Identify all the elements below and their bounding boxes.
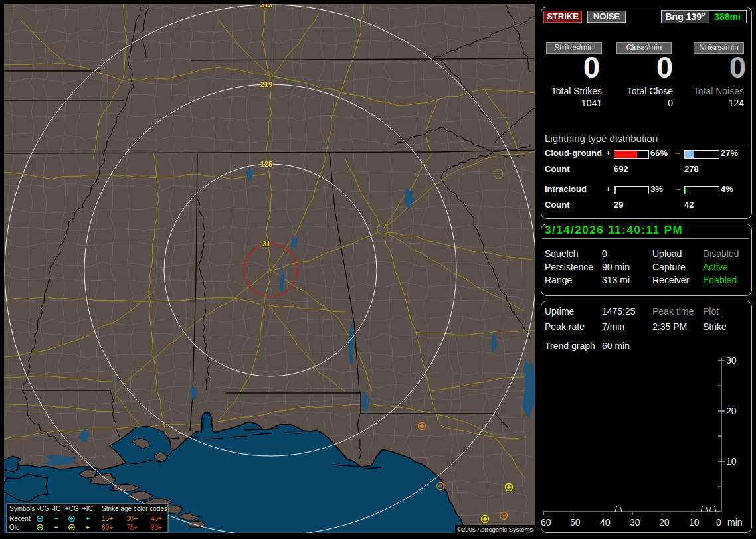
svg-text:313: 313 (260, 4, 272, 9)
svg-text:31: 31 (262, 240, 270, 248)
svg-text:90+: 90+ (151, 524, 162, 531)
svg-text:75+: 75+ (126, 524, 138, 531)
svg-text:0: 0 (716, 517, 721, 528)
svg-text:45+: 45+ (151, 515, 162, 522)
svg-text:Strike age color codes: Strike age color codes (102, 505, 167, 512)
svg-text:©2005 Astrogenic Systems: ©2005 Astrogenic Systems (457, 526, 533, 533)
svg-text:10: 10 (689, 517, 700, 528)
svg-text:30: 30 (630, 517, 640, 528)
svg-text:Recent: Recent (9, 515, 31, 522)
svg-text:60+: 60+ (102, 524, 113, 531)
svg-text:40: 40 (600, 517, 611, 528)
svg-text:30: 30 (726, 355, 737, 366)
svg-text:30+: 30+ (126, 515, 138, 522)
svg-text:20: 20 (659, 517, 670, 528)
svg-text:+IC: +IC (82, 505, 93, 512)
svg-text:60: 60 (541, 517, 551, 528)
svg-text:+CG: +CG (65, 505, 79, 512)
svg-text:10: 10 (726, 456, 737, 467)
svg-text:20: 20 (726, 406, 737, 416)
svg-text:-CG: -CG (37, 505, 50, 512)
svg-text:15+: 15+ (102, 515, 113, 522)
svg-text:-IC: -IC (52, 505, 60, 512)
svg-text:219: 219 (260, 80, 272, 88)
svg-text:Symbols: Symbols (9, 505, 35, 512)
svg-text:125: 125 (260, 160, 272, 168)
svg-text:Old: Old (9, 524, 20, 531)
svg-text:50: 50 (570, 517, 581, 528)
svg-text:min: min (727, 517, 743, 528)
